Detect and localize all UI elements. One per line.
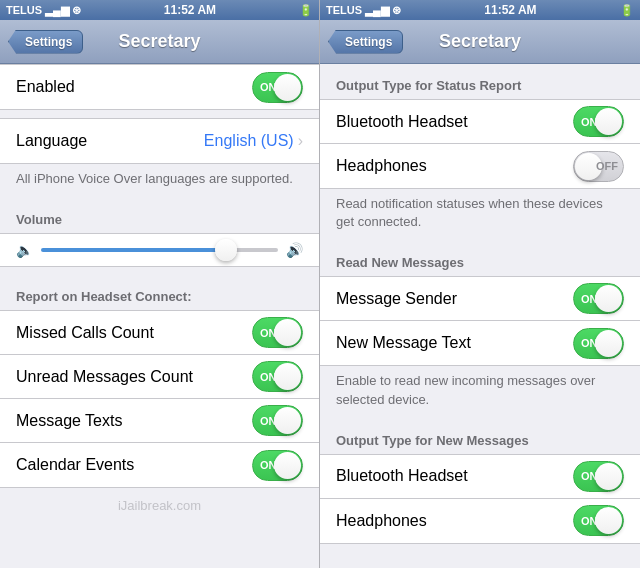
bt-headset-status-toggle-thumb: [595, 108, 622, 135]
bt-headset-status-row: Bluetooth Headset ON: [320, 100, 640, 144]
message-sender-toggle-thumb: [595, 285, 622, 312]
headphones-status-label: Headphones: [336, 157, 427, 175]
volume-label: Volume: [0, 198, 319, 233]
carrier-text-right: TELUS: [326, 4, 362, 16]
read-messages-header: Read New Messages: [320, 241, 640, 276]
output-status-section: Bluetooth Headset ON Headphones OFF: [320, 99, 640, 189]
language-label: Language: [16, 132, 87, 150]
message-sender-row: Message Sender ON: [320, 277, 640, 321]
calendar-events-label: Calendar Events: [16, 456, 134, 474]
missed-calls-toggle-thumb: [274, 319, 301, 346]
bt-headset-status-label: Bluetooth Headset: [336, 113, 468, 131]
headphones-status-row: Headphones OFF: [320, 144, 640, 188]
bt-headset-status-toggle[interactable]: ON: [573, 106, 624, 137]
time-left: 11:52 AM: [164, 3, 216, 17]
wifi-icon-left: ⊛: [72, 4, 81, 17]
message-sender-label: Message Sender: [336, 290, 457, 308]
bt-headset-new-toggle[interactable]: ON: [573, 461, 624, 492]
watermark-left: iJailbreak.com: [0, 488, 319, 523]
enabled-row: Enabled ON: [0, 65, 319, 109]
volume-min-icon: 🔈: [16, 242, 33, 258]
unread-messages-row: Unread Messages Count ON: [0, 355, 319, 399]
language-value: English (US): [204, 132, 294, 150]
enabled-toggle[interactable]: ON: [252, 72, 303, 103]
carrier-left: TELUS ▂▄▆ ⊛: [6, 4, 81, 17]
report-section: Missed Calls Count ON Unread Messages Co…: [0, 310, 319, 488]
nav-title-left: Secretary: [118, 31, 200, 52]
new-message-text-row: New Message Text ON: [320, 321, 640, 365]
signal-icon-right: ▂▄▆: [365, 4, 389, 17]
language-value-group: English (US) ›: [204, 132, 303, 150]
language-section: Language English (US) ›: [0, 118, 319, 164]
new-message-text-toggle[interactable]: ON: [573, 328, 624, 359]
headphones-new-toggle[interactable]: ON: [573, 505, 624, 536]
status-bar-left: TELUS ▂▄▆ ⊛ 11:52 AM 🔋: [0, 0, 319, 20]
battery-icon-left: 🔋: [299, 4, 313, 17]
spacer1: [0, 110, 319, 118]
language-row[interactable]: Language English (US) ›: [0, 119, 319, 163]
message-texts-label: Message Texts: [16, 412, 122, 430]
nav-bar-right: Settings Secretary: [320, 20, 640, 64]
message-texts-row: Message Texts ON: [0, 399, 319, 443]
volume-slider-track[interactable]: [41, 248, 278, 252]
bt-headset-new-row: Bluetooth Headset ON: [320, 455, 640, 499]
enabled-label: Enabled: [16, 78, 75, 96]
left-screen: TELUS ▂▄▆ ⊛ 11:52 AM 🔋 Settings Secretar…: [0, 0, 320, 568]
bt-headset-new-label: Bluetooth Headset: [336, 467, 468, 485]
headphones-new-toggle-thumb: [595, 507, 622, 534]
headphones-new-row: Headphones ON: [320, 499, 640, 543]
nav-bar-left: Settings Secretary: [0, 20, 319, 64]
volume-slider-section: 🔈 🔊: [0, 233, 319, 267]
time-right: 11:52 AM: [484, 3, 536, 17]
wifi-icon-right: ⊛: [392, 4, 401, 17]
volume-max-icon: 🔊: [286, 242, 303, 258]
volume-slider-thumb[interactable]: [215, 239, 237, 261]
battery-left: 🔋: [299, 4, 313, 17]
headphones-new-label: Headphones: [336, 512, 427, 530]
missed-calls-row: Missed Calls Count ON: [0, 311, 319, 355]
unread-messages-toggle-thumb: [274, 363, 301, 390]
report-section-header: Report on Headset Connect:: [0, 275, 319, 310]
missed-calls-label: Missed Calls Count: [16, 324, 154, 342]
right-screen: TELUS ▂▄▆ ⊛ 11:52 AM 🔋 Settings Secretar…: [320, 0, 640, 568]
chevron-icon-language: ›: [298, 132, 303, 150]
read-messages-description: Enable to read new incoming messages ove…: [320, 366, 640, 418]
language-description: All iPhone Voice Over languages are supp…: [0, 164, 319, 198]
missed-calls-toggle[interactable]: ON: [252, 317, 303, 348]
bt-headset-new-toggle-thumb: [595, 463, 622, 490]
back-button-left[interactable]: Settings: [8, 30, 83, 54]
signal-icon-left: ▂▄▆: [45, 4, 69, 17]
carrier-right: TELUS ▂▄▆ ⊛: [326, 4, 401, 17]
new-message-text-label: New Message Text: [336, 334, 471, 352]
unread-messages-toggle[interactable]: ON: [252, 361, 303, 392]
carrier-text-left: TELUS: [6, 4, 42, 16]
output-new-messages-section: Bluetooth Headset ON Headphones ON: [320, 454, 640, 544]
read-messages-section: Message Sender ON New Message Text ON: [320, 276, 640, 366]
enabled-section: Enabled ON: [0, 64, 319, 110]
output-status-header: Output Type for Status Report: [320, 64, 640, 99]
unread-messages-label: Unread Messages Count: [16, 368, 193, 386]
output-status-description: Read notification statuses when these de…: [320, 189, 640, 241]
battery-right: 🔋: [620, 4, 634, 17]
message-texts-toggle-thumb: [274, 407, 301, 434]
left-content: Enabled ON Language English (US) ›: [0, 64, 319, 568]
right-content: Output Type for Status Report Bluetooth …: [320, 64, 640, 568]
battery-icon-right: 🔋: [620, 4, 634, 17]
status-bar-right: TELUS ▂▄▆ ⊛ 11:52 AM 🔋: [320, 0, 640, 20]
nav-title-right: Secretary: [439, 31, 521, 52]
calendar-events-row: Calendar Events ON: [0, 443, 319, 487]
back-button-right[interactable]: Settings: [328, 30, 403, 54]
headphones-status-toggle-text: OFF: [596, 160, 618, 172]
message-texts-toggle[interactable]: ON: [252, 405, 303, 436]
spacer2: [0, 267, 319, 275]
headphones-status-toggle[interactable]: OFF: [573, 151, 624, 182]
output-new-messages-header: Output Type for New Messages: [320, 419, 640, 454]
calendar-events-toggle-thumb: [274, 452, 301, 479]
new-message-text-toggle-thumb: [595, 330, 622, 357]
calendar-events-toggle[interactable]: ON: [252, 450, 303, 481]
enabled-toggle-thumb: [274, 74, 301, 101]
message-sender-toggle[interactable]: ON: [573, 283, 624, 314]
